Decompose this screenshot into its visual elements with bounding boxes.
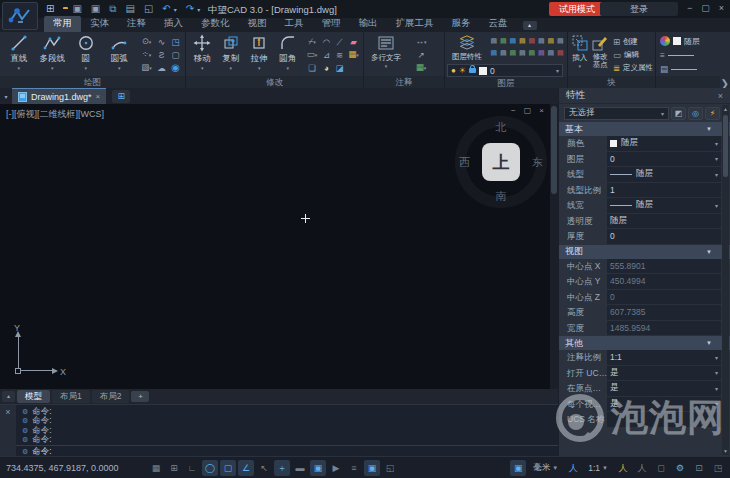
ucs-origin-value[interactable]: 是▾ — [607, 381, 721, 397]
rotate-icon[interactable]: ⊿ — [320, 50, 333, 60]
selection-cycling-toggle-icon[interactable]: ▶ — [328, 460, 344, 476]
stretch-button[interactable]: 拉伸▾ — [245, 34, 274, 76]
arc-button[interactable]: 圆弧▾ — [103, 34, 137, 76]
model-space-toggle-icon[interactable]: ▣ — [364, 460, 380, 476]
close-icon[interactable]: × — [719, 2, 724, 15]
lineweight-value[interactable]: 随层▾ — [607, 198, 721, 214]
layer-tool-icon[interactable]: ▤ — [518, 48, 528, 58]
compass-top-face[interactable]: 上 — [482, 143, 520, 181]
erase-icon[interactable]: ▰ — [346, 37, 361, 47]
dimension-icon[interactable]: ↔▾ — [408, 36, 434, 47]
layer-properties-button[interactable]: 图层特性 — [447, 34, 487, 62]
lineweight-dropdown[interactable]: ≡ — [660, 48, 718, 62]
app-logo[interactable] — [2, 2, 38, 30]
layer-value[interactable]: 0▾ — [607, 152, 721, 168]
linetype-dropdown[interactable]: ▤ — [660, 62, 718, 76]
layout-tab-layout1[interactable]: 布局1 — [52, 390, 90, 403]
save-icon[interactable]: ▣ — [72, 4, 81, 14]
layout-tab-model[interactable]: 模型 — [17, 390, 50, 403]
ribbon-tab-insert[interactable]: 插入 — [155, 16, 192, 32]
toggle-pickadd-icon[interactable]: ⚡ — [705, 107, 720, 120]
quick-view-toggle-icon[interactable]: ◱ — [382, 460, 398, 476]
offset-icon[interactable]: ◠ — [320, 37, 333, 47]
sidebar-scrollbar-thumb[interactable] — [723, 115, 728, 177]
clean-screen-icon[interactable]: ⊡ — [691, 460, 707, 476]
section-basic[interactable]: 基本▼ — [559, 122, 730, 136]
move-button[interactable]: 移动▾ — [188, 34, 217, 76]
canvas-scrollbar-thumb[interactable] — [551, 106, 557, 194]
layer-tool-icon[interactable]: ▤ — [556, 48, 566, 58]
undo-dropdown-icon[interactable]: ▾ — [174, 6, 177, 13]
add-layout-icon[interactable]: + — [131, 391, 149, 402]
layer-tool-icon[interactable]: ▤ — [489, 36, 499, 46]
selection-dropdown[interactable]: 无选择 ▾ — [564, 107, 669, 120]
layer-tool-icon[interactable]: ▤ — [537, 36, 547, 46]
select-objects-icon[interactable]: ◎ — [688, 107, 703, 120]
ribbon-collapse-icon[interactable]: ▴ — [523, 21, 537, 30]
command-window-close-icon[interactable]: × — [5, 407, 10, 417]
donut-icon[interactable]: ◉ — [168, 63, 183, 73]
scale-icon[interactable]: ≋ — [333, 50, 346, 60]
spline-icon[interactable]: ∿ — [155, 37, 168, 47]
line-button[interactable]: 直线▾ — [2, 34, 36, 76]
mirror-icon[interactable]: ⟋ — [333, 37, 346, 47]
create-block-item[interactable]: ⊞创建 — [613, 35, 653, 48]
layer-tool-icon[interactable]: ▤ — [527, 36, 537, 46]
ribbon-tab-annotate[interactable]: 注释 — [118, 16, 155, 32]
layer-tool-icon[interactable]: ▤ — [537, 48, 547, 58]
layer-tool-icon[interactable]: ▤ — [499, 48, 509, 58]
table-icon[interactable]: ▦▾ — [408, 62, 434, 73]
command-window[interactable]: × ⚙命令: ⚙命令: ⚙命令: ⚙命令: ⚙ 命令: — [0, 404, 558, 456]
ribbon-tab-output[interactable]: 输出 — [350, 16, 387, 32]
ortho-toggle-icon[interactable]: ∟ — [184, 460, 200, 476]
minimize-icon[interactable]: − — [687, 2, 692, 15]
quick-select-icon[interactable]: ◩ — [671, 107, 686, 120]
leader-icon[interactable]: ↗ — [408, 50, 434, 60]
ribbon-tab-solid[interactable]: 实体 — [81, 16, 118, 32]
document-tab-close-icon[interactable]: × — [96, 92, 101, 101]
redo-icon[interactable]: ↷ — [186, 4, 194, 14]
annotation-person-icon[interactable]: 人 — [565, 460, 581, 476]
section-view[interactable]: 视图▼ — [559, 245, 730, 259]
ucs-open-value[interactable]: 是▾ — [607, 366, 721, 382]
linetype-scale-value[interactable]: 1 — [607, 183, 721, 199]
define-attributes-item[interactable]: ≣定义属性 — [613, 61, 653, 74]
undo-icon[interactable]: ↶ — [162, 4, 170, 14]
sidebar-scrollbar[interactable]: ▲ ▼ — [722, 105, 729, 455]
linetype-value[interactable]: 随层▾ — [607, 167, 721, 183]
viewport-controls[interactable]: [-][俯视][二维线框][WCS] — [6, 108, 104, 121]
region-icon[interactable]: ◳ — [168, 37, 183, 47]
fullscreen-icon[interactable]: ◳ — [710, 460, 726, 476]
copy-button[interactable]: 复制▾ — [217, 34, 246, 76]
doc-tab-menu-icon[interactable]: ▾ — [0, 93, 12, 100]
scroll-up-icon[interactable]: ▲ — [722, 106, 729, 112]
restore-icon[interactable]: ▢ — [701, 2, 710, 15]
block-panel-label[interactable]: 块 — [568, 76, 655, 88]
layer-dropdown-caret-icon[interactable]: ▾ — [556, 67, 559, 74]
login-button[interactable]: 登录 — [600, 2, 678, 16]
doc-close-icon[interactable]: × — [539, 106, 544, 115]
print-preview-icon[interactable]: ◱ — [144, 4, 153, 14]
layout-menu-icon[interactable]: ▴ — [2, 391, 15, 402]
annotate-panel-label[interactable]: 注释 — [364, 76, 444, 88]
polar-toggle-icon[interactable]: ◯ — [202, 460, 218, 476]
ribbon-tab-express[interactable]: 扩展工具 — [387, 16, 443, 32]
print-icon[interactable]: ▤ — [125, 4, 134, 14]
ribbon-tab-view[interactable]: 视图 — [239, 16, 276, 32]
ribbon-tab-cloud[interactable]: 云盘 — [480, 16, 517, 32]
view-compass[interactable]: 北 南 西 东 上 — [455, 116, 547, 208]
redo-dropdown-icon[interactable]: ▾ — [197, 6, 200, 13]
polyline-button[interactable]: 多段线▾ — [36, 34, 70, 76]
dyn-ucs-toggle-icon[interactable]: ＋ — [274, 460, 290, 476]
trial-mode-button[interactable]: 试用模式 — [549, 2, 605, 16]
annotation-scale-dropdown[interactable]: 1:1▼ — [584, 460, 612, 476]
compass-west-label[interactable]: 西 — [459, 155, 470, 170]
dynamic-input-toggle-icon[interactable]: ↖ — [256, 460, 272, 476]
osnap-toggle-icon[interactable]: ▢ — [220, 460, 236, 476]
per-viewport-value[interactable]: 是▾ — [607, 397, 721, 413]
lwt-display-toggle-icon[interactable]: ≡ — [346, 460, 362, 476]
doc-minimize-icon[interactable]: − — [511, 106, 516, 115]
boundary-icon[interactable]: ▢ — [168, 50, 183, 60]
mtext-button[interactable]: 多行文字▾ — [366, 34, 406, 76]
layout-tab-layout2[interactable]: 布局2 — [92, 390, 130, 403]
